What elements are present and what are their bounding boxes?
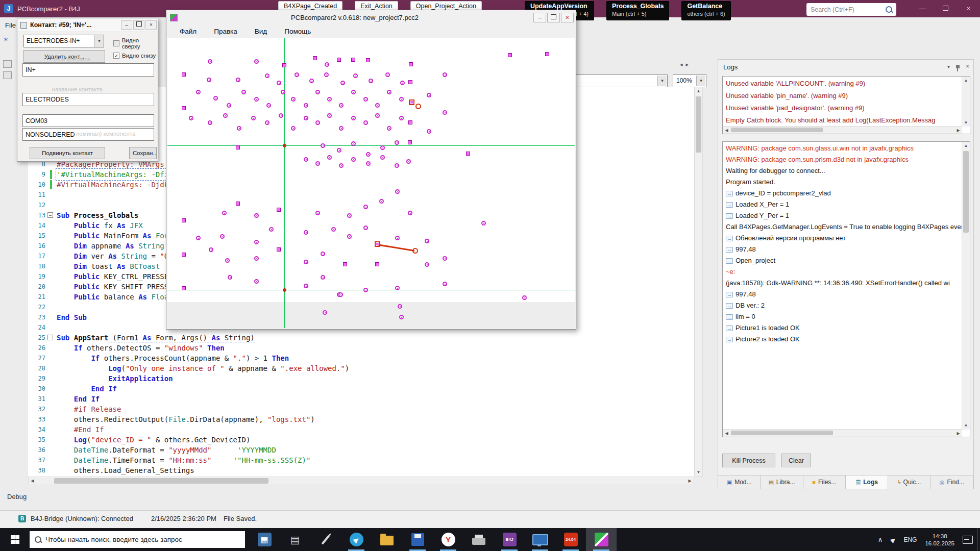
- pcb-pad-marker: [406, 159, 411, 164]
- maximize-icon[interactable]: [934, 0, 957, 17]
- show-desktop-strip[interactable]: [977, 528, 980, 551]
- menu-help[interactable]: Помощь: [284, 28, 311, 35]
- log-line: →Обновлений версии программы нет: [723, 233, 962, 244]
- menu-edit[interactable]: Правка: [214, 28, 237, 35]
- editor-vscrollbar[interactable]: ▲ ▼: [694, 87, 703, 477]
- hscroll-thumb[interactable]: [54, 478, 268, 484]
- scroll-right-icon[interactable]: ▶: [686, 477, 694, 485]
- kill-process-button[interactable]: Kill Process: [722, 454, 775, 467]
- visible-bottom-checkbox[interactable]: ✓ Видно снизу: [113, 53, 156, 59]
- logs-tab-quic[interactable]: ϟQuic...: [888, 475, 930, 489]
- pcb-pad-marker: [196, 236, 201, 240]
- solder-type-field[interactable]: [22, 128, 154, 141]
- language-indicator[interactable]: ENG: [903, 536, 917, 543]
- pen-icon[interactable]: [310, 528, 341, 551]
- file-menu[interactable]: File: [5, 21, 16, 29]
- log-entry-icon: →: [726, 236, 733, 241]
- pcbcomparer-icon[interactable]: [586, 528, 617, 551]
- minimize-icon[interactable]: –: [533, 13, 546, 22]
- pcb-pad-marker: [399, 116, 404, 120]
- green-crosshair-horizontal-2: [167, 290, 575, 290]
- pcb-pad-marker: [331, 227, 336, 232]
- menu-view[interactable]: Вид: [255, 28, 267, 35]
- close-icon[interactable]: ×: [145, 20, 157, 30]
- scroll-up-icon[interactable]: ▲: [695, 87, 702, 95]
- file-explorer-icon[interactable]: [372, 528, 402, 551]
- log-hscrollbar[interactable]: ◀▶: [723, 429, 962, 437]
- pcb-plot[interactable]: [167, 38, 575, 328]
- move-contact-button[interactable]: Подвинуть контакт: [30, 147, 105, 159]
- tray-expand-icon[interactable]: ∧: [878, 536, 883, 543]
- scroll-left-icon[interactable]: ◀: [29, 477, 36, 485]
- debug-tab[interactable]: Debug: [7, 493, 27, 500]
- toolbar-icon-1[interactable]: [3, 60, 12, 68]
- pcb-pad-marker: [182, 286, 186, 290]
- pcb-pad-marker: [363, 226, 368, 230]
- toolbar-icon-2[interactable]: [3, 71, 12, 79]
- scroll-down-icon[interactable]: ▼: [695, 468, 702, 476]
- log-vscrollbar[interactable]: ▲▼: [962, 142, 970, 430]
- logs-header: Logs ▾ ×: [718, 60, 973, 75]
- close-icon[interactable]: ×: [957, 0, 980, 17]
- logs-tab-mod[interactable]: ▣Mod...: [718, 475, 761, 489]
- port-field[interactable]: [22, 114, 154, 127]
- electrode-combo[interactable]: ELECTRODES-IN+ ▾: [23, 35, 104, 47]
- quick-chip-5[interactable]: Process_GlobalsMain (ctrl + 5): [606, 1, 669, 20]
- chevron-down-icon[interactable]: ▾: [947, 64, 950, 69]
- notification-center-icon[interactable]: [963, 536, 973, 544]
- component-field[interactable]: [22, 93, 154, 106]
- warnings-hscrollbar[interactable]: ◀▶: [723, 126, 962, 134]
- clear-logs-button[interactable]: Clear: [781, 454, 811, 467]
- printer-icon[interactable]: [463, 528, 494, 551]
- pin-icon[interactable]: [956, 65, 960, 68]
- maximize-icon[interactable]: [547, 13, 560, 22]
- warnings-vscrollbar[interactable]: ▲▼: [962, 77, 970, 127]
- dialog-titlebar[interactable]: Контакт: #59; 'IN+'... – ×: [17, 18, 158, 32]
- red-measure-line: [377, 244, 414, 252]
- minimize-icon[interactable]: —: [911, 0, 934, 17]
- net-name-field[interactable]: [22, 63, 154, 77]
- close-icon[interactable]: ×: [966, 63, 969, 70]
- logs-tab-logs[interactable]: ☰Logs: [846, 475, 888, 489]
- menu-file[interactable]: Файл: [180, 28, 197, 35]
- stack-icon[interactable]: ▤: [280, 528, 310, 551]
- yandex-browser-icon[interactable]: Y: [433, 528, 463, 551]
- logs-tab-find[interactable]: ◎Find...: [931, 475, 973, 489]
- taskbar-search[interactable]: Чтобы начать поиск, введите здесь запрос: [30, 531, 245, 548]
- visible-top-checkbox[interactable]: Видно сверху: [113, 37, 158, 49]
- start-button[interactable]: [0, 528, 30, 551]
- pcb-titlebar[interactable]: PCBcomparer2 v.0.618: new_project7.pcc2 …: [166, 10, 576, 24]
- save-contact-button[interactable]: Сохран...: [129, 147, 157, 159]
- tab-scroll-arrows[interactable]: ◂▸: [680, 61, 692, 68]
- telegram-icon[interactable]: ▶: [341, 528, 372, 551]
- maximize-icon[interactable]: [133, 20, 144, 30]
- pcb-pad-marker: [443, 72, 447, 77]
- monitor-icon[interactable]: [525, 528, 555, 551]
- vscroll-thumb[interactable]: [696, 96, 701, 153]
- editor-hscrollbar[interactable]: ◀ ▶: [28, 477, 694, 485]
- floppy-icon[interactable]: [402, 528, 433, 551]
- fold-collapse-icon[interactable]: −: [47, 212, 53, 218]
- clock[interactable]: 14:38 16.02.2025: [925, 533, 954, 547]
- logs-tab-files[interactable]: ■Files...: [803, 475, 846, 489]
- b4j-icon[interactable]: B4J: [494, 528, 525, 551]
- pcb-pad-marker: [236, 145, 240, 149]
- warnings-box[interactable]: Unused variable 'ALLPINCOUNT'. (warning …: [722, 76, 970, 134]
- toolbar-star-icon[interactable]: ∗: [3, 36, 8, 43]
- code-line-34: 34 #End If: [28, 424, 694, 435]
- minimize-icon[interactable]: –: [121, 20, 132, 30]
- log-box[interactable]: WARNING: package com.sun.glass.ui.win no…: [722, 141, 970, 437]
- close-icon[interactable]: ×: [561, 13, 574, 22]
- dialog-icon: [20, 22, 27, 29]
- pcb-pad-marker: [425, 262, 429, 267]
- zoom-combo[interactable]: 100%▾: [673, 74, 706, 87]
- logs-tab-libra[interactable]: ▤Libra...: [761, 475, 803, 489]
- fold-collapse-icon[interactable]: −: [47, 335, 53, 340]
- tray-telegram-icon[interactable]: ▶: [889, 535, 897, 544]
- pcb-pad-marker: [309, 79, 314, 83]
- red-badge-icon[interactable]: 24.04: [555, 528, 586, 551]
- ide-search-box[interactable]: Search (Ctrl+F): [806, 3, 896, 16]
- quick-chip-6[interactable]: GetBalanceothers (ctrl + 6): [681, 1, 730, 20]
- calculator-icon[interactable]: ▦: [249, 528, 280, 551]
- delete-contact-button[interactable]: Удалить конт...: [23, 50, 105, 63]
